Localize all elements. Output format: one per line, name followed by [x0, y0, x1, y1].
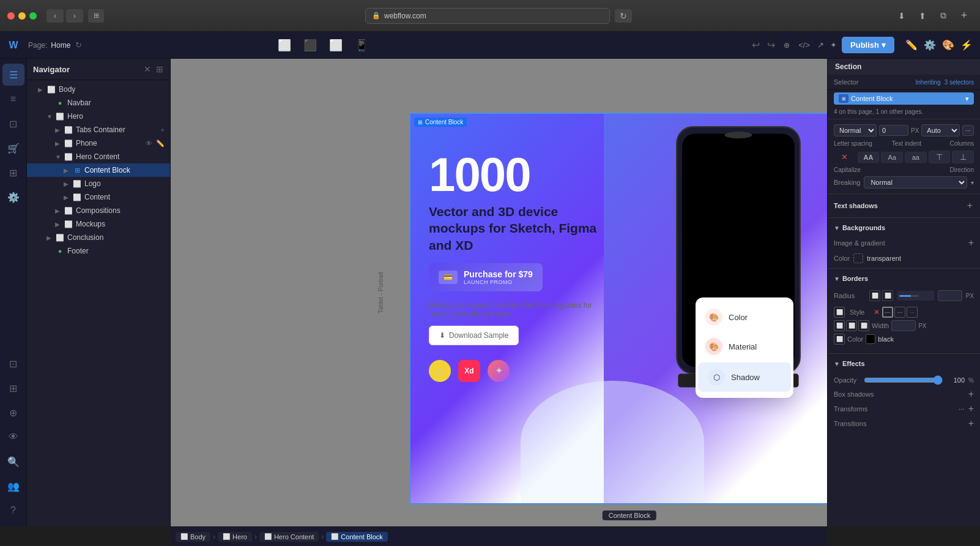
- all-caps-button[interactable]: AA: [858, 152, 880, 163]
- forward-button[interactable]: ›: [66, 9, 83, 23]
- tree-item-compositions[interactable]: ▶ ⬜ Compositions: [27, 204, 170, 217]
- border-color-corner-icon[interactable]: ⬜: [834, 334, 845, 345]
- ai-button[interactable]: ✦: [829, 39, 838, 51]
- style-panel-button[interactable]: ✏️: [903, 37, 920, 53]
- normal-value-input[interactable]: [879, 125, 908, 136]
- tree-item-navbar[interactable]: ● Navbar: [27, 96, 170, 110]
- eye-icon[interactable]: 👁: [2, 426, 24, 448]
- text-shadows-row[interactable]: Text shadows +: [828, 196, 980, 215]
- sidebar-toggle-button[interactable]: ⊞: [88, 9, 104, 23]
- tree-item-hero[interactable]: ▼ ⬜ Hero: [27, 110, 170, 123]
- tree-item-content-block[interactable]: ▶ ⊞ Content Block: [27, 163, 170, 177]
- border-dashed-button[interactable]: ---: [894, 307, 905, 318]
- normal-dropdown[interactable]: Normal: [834, 124, 877, 136]
- viewport-tablet-button[interactable]: ⬛: [300, 36, 321, 54]
- components-icon[interactable]: ⊞: [2, 162, 24, 184]
- transitions-add-button[interactable]: +: [968, 418, 974, 429]
- canvas-area[interactable]: Tablet - Portrait ⊞ Content Block ⊞ 1000…: [171, 59, 827, 526]
- border-width-input[interactable]: 0: [891, 320, 916, 331]
- radius-input[interactable]: 0: [938, 290, 962, 301]
- border-solid-button[interactable]: —: [882, 307, 893, 318]
- align-bottom-button[interactable]: ⊥: [952, 151, 974, 163]
- maximize-button[interactable]: [29, 12, 37, 20]
- address-bar[interactable]: 🔒 webflow.com: [365, 8, 610, 24]
- power-button[interactable]: ⚡: [958, 37, 975, 53]
- radius-slider[interactable]: [899, 295, 918, 297]
- pages-icon[interactable]: ≡: [2, 88, 24, 110]
- preview-icon[interactable]: ⊡: [2, 353, 24, 375]
- plus-button[interactable]: +: [956, 9, 973, 23]
- assets-icon[interactable]: 🛒: [2, 137, 24, 159]
- tree-item-tabs-container[interactable]: ▶ ⬜ Tabs Container +: [27, 123, 170, 136]
- zoom-button[interactable]: ⊕: [781, 40, 792, 51]
- border-color-swatch[interactable]: [866, 334, 875, 344]
- title-case-button[interactable]: Aa: [881, 152, 903, 163]
- nav-close-button[interactable]: ✕: [143, 64, 152, 75]
- opacity-slider[interactable]: [864, 375, 943, 385]
- page-settings-button[interactable]: ↻: [74, 39, 83, 51]
- box-shadows-add-button[interactable]: +: [968, 389, 974, 400]
- reload-button[interactable]: ↻: [615, 9, 632, 23]
- border-pos-top-icon[interactable]: ⬜: [846, 320, 857, 331]
- zoom-icon[interactable]: ⊕: [2, 402, 24, 424]
- screenshare-button[interactable]: ⬇: [893, 9, 910, 23]
- color-option[interactable]: 🎨 Color: [696, 302, 793, 332]
- tree-item-content[interactable]: ▶ ⬜ Content: [27, 190, 170, 204]
- search-icon[interactable]: 🔍: [2, 451, 24, 473]
- border-remove-button[interactable]: ✕: [874, 308, 880, 316]
- tree-item-body[interactable]: ▶ ⬜ Body: [27, 83, 170, 96]
- download-sample-button[interactable]: ⬇ Download Sample: [429, 326, 519, 345]
- publish-button[interactable]: Publish ▾: [842, 37, 894, 53]
- tree-item-logo[interactable]: ▶ ⬜ Logo: [27, 177, 170, 190]
- breadcrumb-body[interactable]: ⬜ Body: [176, 532, 210, 542]
- border-pos-all-icon[interactable]: ⬜: [834, 320, 845, 331]
- transforms-add-button[interactable]: +: [968, 403, 974, 414]
- image-gradient-add-button[interactable]: +: [968, 237, 974, 249]
- viewport-mobile-land-button[interactable]: ⬜: [325, 36, 346, 54]
- more-options-button[interactable]: ···: [962, 125, 974, 136]
- transforms-more-button[interactable]: ···: [959, 405, 965, 413]
- breaking-select[interactable]: Normal: [864, 176, 967, 189]
- close-button[interactable]: [7, 12, 15, 20]
- users-icon[interactable]: 👥: [2, 475, 24, 497]
- radius-individual-button[interactable]: ⬜: [882, 290, 893, 301]
- breadcrumb-hero[interactable]: ⬜ Hero: [218, 532, 252, 542]
- backgrounds-row[interactable]: ▼ Backgrounds: [828, 220, 980, 235]
- theme-button[interactable]: 🎨: [940, 37, 957, 53]
- tree-item-phone[interactable]: ▶ ⬜ Phone 👁 ✏️: [27, 136, 170, 150]
- share-button[interactable]: ⬆: [914, 9, 931, 23]
- purchase-button[interactable]: 💳 Purchase for $79 LAUNCH PROMO: [429, 263, 543, 291]
- remove-style-button[interactable]: ✕: [834, 151, 856, 163]
- border-dotted-button[interactable]: ···: [907, 307, 918, 318]
- help-icon[interactable]: ?: [2, 499, 24, 522]
- breadcrumb-content-block[interactable]: ⬜ Content Block: [326, 532, 387, 542]
- viewport-mobile-button[interactable]: 📱: [351, 36, 372, 54]
- shadow-option[interactable]: ⬡ Shadow: [698, 362, 791, 392]
- minimize-button[interactable]: [18, 12, 26, 20]
- navigator-icon[interactable]: ☰: [2, 64, 24, 86]
- scale-icon[interactable]: ⊞: [2, 377, 24, 399]
- breadcrumb-hero-content[interactable]: ⬜ Hero Content: [259, 532, 319, 542]
- redo-button[interactable]: ↪: [765, 38, 778, 52]
- lower-case-button[interactable]: aa: [905, 152, 927, 163]
- border-all-icon[interactable]: ⬜: [834, 307, 845, 318]
- tree-item-footer[interactable]: ● Footer: [27, 244, 170, 258]
- undo-button[interactable]: ↩: [749, 38, 762, 52]
- code-button[interactable]: </>: [796, 39, 812, 51]
- phone-visible-button[interactable]: 👁: [145, 139, 153, 148]
- material-option[interactable]: 🎨 Material: [696, 332, 793, 361]
- layers-icon[interactable]: ⊡: [2, 113, 24, 135]
- effects-row[interactable]: ▼ Effects: [828, 356, 980, 371]
- tree-item-conclusion[interactable]: ▶ ⬜ Conclusion: [27, 231, 170, 244]
- color-swatch[interactable]: [853, 253, 863, 263]
- selector-box[interactable]: ⊞ Content Block ▾: [834, 92, 974, 105]
- auto-dropdown[interactable]: Auto: [921, 124, 959, 136]
- viewport-desktop-button[interactable]: ⬜: [274, 36, 295, 54]
- border-pos-mid-icon[interactable]: ⬜: [858, 320, 869, 331]
- borders-row[interactable]: ▼ Borders: [828, 271, 980, 286]
- align-top-button[interactable]: ⊤: [929, 151, 951, 163]
- tree-item-mockups[interactable]: ▶ ⬜ Mockups: [27, 217, 170, 231]
- text-shadows-add-button[interactable]: +: [966, 200, 974, 211]
- tree-item-hero-content[interactable]: ▼ ⬜ Hero Content: [27, 150, 170, 163]
- window-button[interactable]: ⧉: [935, 9, 952, 23]
